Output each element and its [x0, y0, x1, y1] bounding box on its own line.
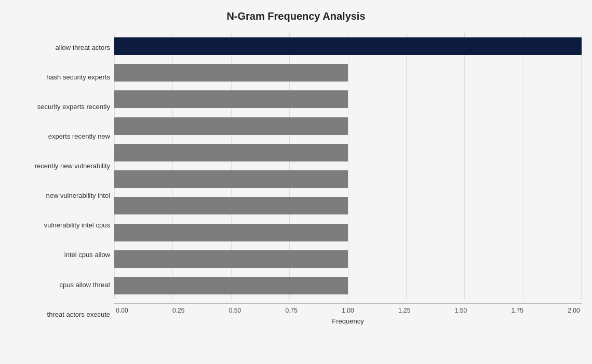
- y-axis-label: vulnerability intel cpus: [10, 211, 110, 240]
- y-axis-label: intel cpus allow: [10, 240, 110, 270]
- y-axis-label: cpus allow threat: [10, 270, 110, 300]
- bar-row: [114, 221, 582, 244]
- bar-row: [114, 115, 582, 138]
- x-tick-label: 1.25: [397, 307, 412, 314]
- y-axis-label: hash security experts: [10, 62, 110, 92]
- y-axis-label: recently new vulnerability: [10, 151, 110, 181]
- x-tick-label: 0.50: [227, 307, 243, 314]
- bars-wrapper: [114, 33, 582, 299]
- bar: [114, 64, 348, 82]
- bar-row: [114, 61, 582, 84]
- bar: [114, 170, 348, 188]
- x-tick-label: 1.75: [509, 307, 525, 314]
- y-axis-label: allow threat actors: [10, 33, 110, 62]
- bars-section: [114, 33, 582, 299]
- bar: [114, 117, 348, 135]
- bar-row: [114, 88, 582, 111]
- bar: [114, 224, 348, 241]
- x-tick-label: 2.00: [566, 307, 582, 314]
- x-tick-label: 0.75: [284, 307, 299, 314]
- bar: [114, 197, 348, 214]
- bar-row: [114, 248, 582, 271]
- bar-row: [114, 168, 582, 191]
- bar: [114, 250, 348, 268]
- y-axis-label: threat actors execute: [10, 300, 110, 329]
- x-tick-label: 1.50: [453, 307, 469, 314]
- chart-container: N-Gram Frequency Analysis allow threat a…: [0, 0, 592, 364]
- chart-area: allow threat actorshash security experts…: [10, 33, 582, 329]
- bar: [114, 277, 348, 294]
- y-axis-labels: allow threat actorshash security experts…: [10, 33, 114, 329]
- bar: [114, 90, 348, 108]
- x-axis-ticks: 0.000.250.500.751.001.251.501.752.00: [114, 303, 582, 314]
- x-tick-label: 0.00: [114, 307, 130, 314]
- bar: [114, 144, 348, 161]
- x-axis: 0.000.250.500.751.001.251.501.752.00 Fre…: [114, 303, 582, 329]
- bar-row: [114, 35, 582, 58]
- x-axis-label: Frequency: [114, 317, 582, 325]
- y-axis-label: new vulnerability intel: [10, 181, 110, 211]
- x-tick-label: 0.25: [171, 307, 186, 314]
- chart-title: N-Gram Frequency Analysis: [10, 10, 582, 22]
- bar-row: [114, 141, 582, 164]
- bar: [114, 37, 582, 55]
- y-axis-label: experts recently new: [10, 122, 110, 151]
- bar-row: [114, 194, 582, 217]
- x-tick-label: 1.00: [340, 307, 356, 314]
- bar-row: [114, 274, 582, 297]
- plot-area: 0.000.250.500.751.001.251.501.752.00 Fre…: [114, 33, 582, 329]
- y-axis-label: security experts recently: [10, 92, 110, 122]
